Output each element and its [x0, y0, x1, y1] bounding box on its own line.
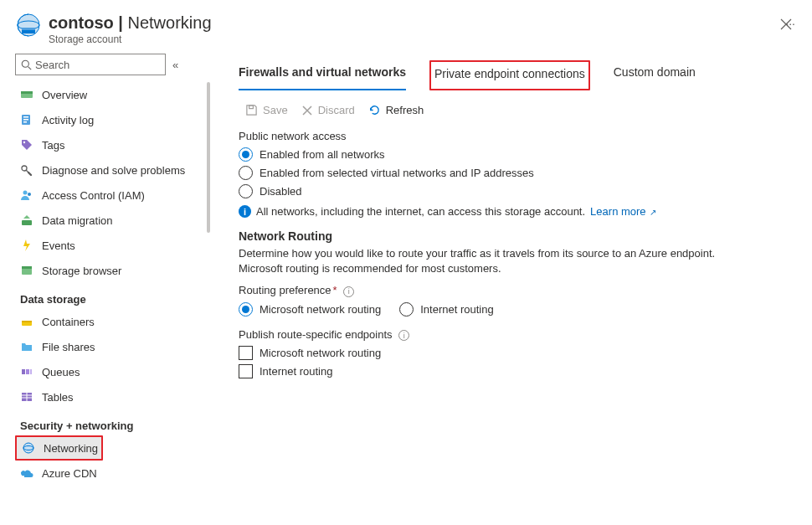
tables-icon	[20, 390, 33, 404]
cdn-icon	[20, 466, 33, 480]
radio-icon	[399, 302, 414, 317]
save-icon	[245, 104, 258, 116]
sidebar-item-activity-log[interactable]: Activity log	[15, 107, 212, 132]
sidebar: Search « Overview Activity log Tags Diag…	[0, 54, 212, 525]
sidebar-item-overview[interactable]: Overview	[15, 82, 212, 107]
close-icon[interactable]	[780, 18, 792, 33]
tab-firewalls[interactable]: Firewalls and virtual networks	[239, 60, 406, 90]
sidebar-scrollbar[interactable]	[207, 82, 210, 525]
checkbox-icon	[239, 364, 253, 378]
svg-rect-30	[249, 106, 254, 109]
info-icon: i	[239, 205, 251, 218]
sidebar-item-tags[interactable]: Tags	[15, 132, 212, 157]
external-link-icon: ↗	[648, 208, 657, 217]
search-input[interactable]: Search	[15, 54, 166, 75]
sidebar-item-storage-browser[interactable]: Storage browser	[15, 258, 212, 283]
svg-point-28	[23, 443, 33, 453]
learn-more-link[interactable]: Learn more ↗	[590, 205, 656, 218]
svg-rect-3	[22, 28, 35, 30]
overview-icon	[20, 88, 33, 101]
svg-rect-23	[30, 369, 32, 374]
checkbox-icon	[239, 346, 253, 360]
hint-icon[interactable]: i	[398, 330, 409, 341]
radio-internet-routing[interactable]: Internet routing	[399, 302, 493, 317]
svg-point-12	[23, 142, 25, 143]
toolbar: Save Discard Refresh	[245, 104, 792, 116]
radio-icon	[239, 302, 253, 317]
sidebar-item-iam[interactable]: Access Control (IAM)	[15, 183, 212, 208]
main-content: Firewalls and virtual networks Private e…	[212, 54, 812, 525]
network-routing-title: Network Routing	[239, 229, 792, 243]
svg-rect-10	[23, 119, 28, 121]
collapse-icon[interactable]: «	[172, 59, 178, 71]
sidebar-item-networking[interactable]: Networking	[15, 435, 103, 461]
svg-line-5	[28, 66, 32, 69]
tab-private-endpoints[interactable]: Private endpoint connections	[429, 60, 590, 90]
hint-icon[interactable]: i	[343, 286, 354, 297]
networking-icon	[22, 441, 35, 455]
radio-selected-networks[interactable]: Enabled from selected virtual networks a…	[239, 166, 792, 180]
discard-icon	[301, 105, 313, 116]
svg-point-4	[22, 60, 28, 67]
file-shares-icon	[20, 340, 33, 353]
checkbox-ms-routing[interactable]: Microsoft network routing	[239, 346, 792, 360]
resource-type: Storage account	[49, 33, 777, 45]
storage-account-icon	[17, 13, 40, 37]
radio-disabled[interactable]: Disabled	[239, 184, 792, 198]
queues-icon	[20, 365, 33, 378]
svg-point-14	[23, 191, 28, 195]
network-routing-desc: Determine how you would like to route yo…	[239, 246, 758, 275]
radio-all-networks[interactable]: Enabled from all networks	[239, 147, 792, 162]
iam-icon	[20, 188, 33, 202]
page-header: contoso | Networking Storage account	[49, 13, 777, 45]
public-access-label: Public network access	[239, 130, 792, 142]
svg-rect-7	[21, 91, 33, 94]
radio-icon	[239, 184, 253, 198]
radio-icon	[239, 147, 253, 162]
sidebar-item-events[interactable]: Events	[15, 233, 212, 258]
data-migration-icon	[20, 214, 33, 227]
svg-point-15	[28, 193, 31, 196]
svg-rect-9	[23, 116, 28, 118]
sidebar-item-containers[interactable]: Containers	[15, 309, 212, 334]
page-title: Networking	[128, 13, 212, 32]
publish-endpoints-label: Publish route-specific endpoints i	[239, 328, 792, 342]
sidebar-item-tables[interactable]: Tables	[15, 384, 212, 409]
checkbox-internet-routing[interactable]: Internet routing	[239, 364, 792, 378]
tab-custom-domain[interactable]: Custom domain	[614, 60, 696, 90]
resource-name: contoso	[49, 13, 114, 32]
sidebar-item-diagnose[interactable]: Diagnose and solve problems	[15, 157, 212, 183]
diagnose-icon	[20, 163, 33, 177]
sidebar-item-data-migration[interactable]: Data migration	[15, 208, 212, 233]
info-banner: i All networks, including the internet, …	[239, 205, 792, 218]
sidebar-item-azure-cdn[interactable]: Azure CDN	[15, 461, 212, 486]
svg-rect-20	[22, 321, 32, 322]
search-icon	[21, 59, 32, 70]
svg-rect-16	[22, 220, 32, 225]
events-icon	[20, 239, 33, 252]
svg-rect-22	[26, 369, 29, 374]
svg-rect-18	[22, 266, 32, 269]
radio-ms-routing[interactable]: Microsoft network routing	[239, 302, 381, 317]
sidebar-item-queues[interactable]: Queues	[15, 359, 212, 384]
storage-browser-icon	[20, 264, 33, 277]
sidebar-item-file-shares[interactable]: File shares	[15, 334, 212, 359]
routing-pref-label: Routing preference* i	[239, 284, 792, 297]
svg-rect-11	[23, 121, 27, 123]
svg-rect-21	[22, 369, 25, 374]
sidebar-group-security: Security + networking	[15, 409, 212, 435]
tags-icon	[20, 138, 33, 152]
refresh-icon	[368, 104, 381, 116]
containers-icon	[20, 315, 33, 328]
discard-button[interactable]: Discard	[301, 104, 355, 116]
tab-strip: Firewalls and virtual networks Private e…	[239, 60, 792, 90]
sidebar-group-data-storage: Data storage	[15, 283, 212, 309]
refresh-button[interactable]: Refresh	[368, 104, 424, 116]
radio-icon	[239, 166, 253, 180]
save-button[interactable]: Save	[245, 104, 288, 116]
activity-log-icon	[20, 113, 33, 126]
